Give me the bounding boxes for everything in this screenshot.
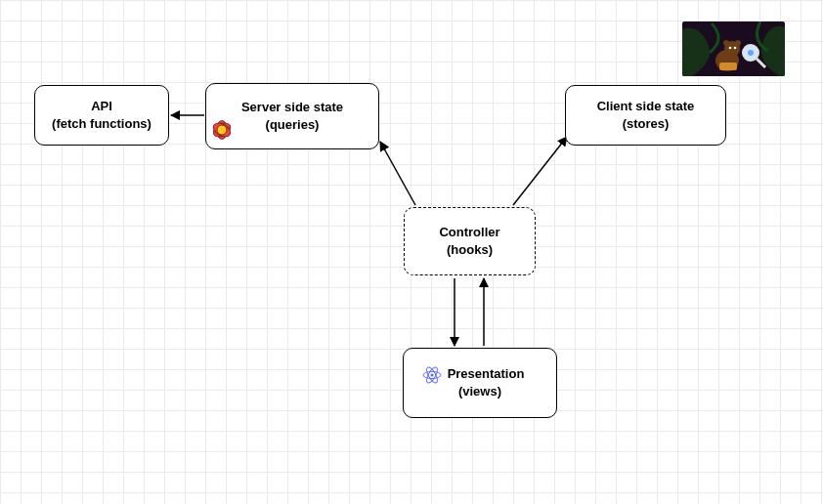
node-controller: Controller (hooks) xyxy=(404,207,536,275)
node-presentation-subtitle: (views) xyxy=(458,383,501,400)
svg-rect-15 xyxy=(719,63,737,70)
node-api-subtitle: (fetch functions) xyxy=(52,115,152,133)
node-api-title: API xyxy=(91,98,112,115)
svg-point-14 xyxy=(734,47,737,50)
svg-point-7 xyxy=(430,373,433,376)
node-controller-subtitle: (hooks) xyxy=(447,241,493,259)
cartoon-thumbnail xyxy=(682,21,785,76)
node-server-state-title: Server side state xyxy=(241,99,343,116)
svg-point-11 xyxy=(723,40,729,46)
node-client-state-subtitle: (stores) xyxy=(623,115,670,133)
node-client-state: Client side state (stores) xyxy=(565,85,726,146)
node-controller-title: Controller xyxy=(439,224,499,241)
svg-point-3 xyxy=(217,125,227,135)
react-query-flower-icon xyxy=(204,112,239,150)
arrow-controller-to-server xyxy=(380,142,415,205)
svg-point-12 xyxy=(735,40,741,46)
svg-point-18 xyxy=(748,50,754,56)
node-server-state-subtitle: (queries) xyxy=(266,116,320,134)
svg-point-13 xyxy=(729,47,732,50)
node-presentation-title: Presentation xyxy=(448,365,525,383)
node-api: API (fetch functions) xyxy=(34,85,169,146)
arrow-controller-to-client xyxy=(513,137,567,205)
react-atom-icon xyxy=(420,363,444,390)
node-client-state-title: Client side state xyxy=(597,98,695,115)
